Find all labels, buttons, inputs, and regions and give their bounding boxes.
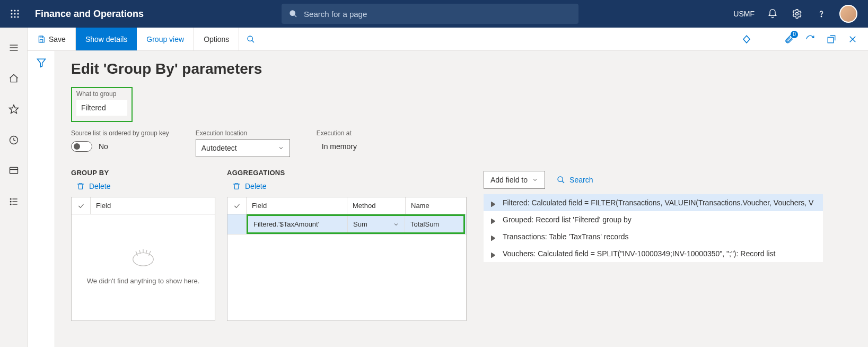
source-ordered-toggle[interactable] (71, 141, 92, 152)
attachments-badge: 0 (791, 31, 798, 38)
agg-col-field[interactable]: Field (247, 197, 347, 214)
exec-location-select[interactable]: Autodetect (196, 139, 290, 157)
svg-point-4 (14, 13, 15, 14)
agg-checkall[interactable] (227, 197, 247, 214)
filter-pane-toggle[interactable] (28, 51, 55, 347)
agg-row-highlight: Filtered.'$TaxAmount' Sum TotalSum (247, 214, 465, 234)
search-icon (557, 176, 565, 184)
hamburger-icon[interactable] (4, 38, 23, 57)
notifications-icon[interactable] (766, 7, 779, 20)
agg-col-method[interactable]: Method (347, 197, 406, 214)
exec-location-group: Execution location Autodetect (196, 129, 290, 157)
show-details-button[interactable]: Show details (76, 28, 137, 50)
save-button[interactable]: Save (28, 28, 76, 50)
groupby-col-field[interactable]: Field (91, 197, 215, 214)
office-icon[interactable] (762, 33, 774, 45)
svg-point-9 (290, 11, 295, 15)
tree-item[interactable]: Vouchers: Calculated field = SPLIT("INV-… (484, 245, 823, 262)
tree-item[interactable]: Transactions: Table 'TaxTrans' records (484, 228, 823, 245)
tree-item[interactable]: Grouped: Record list 'Filtered' group by (484, 211, 823, 228)
svg-point-6 (11, 16, 12, 18)
svg-point-3 (11, 13, 12, 14)
svg-marker-40 (491, 236, 495, 241)
svg-marker-41 (491, 253, 495, 258)
groupby-grid: Field We didn't find anything to show he… (71, 197, 215, 321)
groupby-checkall[interactable] (72, 197, 91, 214)
exec-at-label: Execution at (317, 129, 411, 137)
what-to-group-highlight: What to group Filtered (71, 87, 133, 122)
expand-triangle-icon[interactable] (491, 251, 496, 256)
action-search-icon[interactable] (239, 28, 262, 50)
exec-location-label: Execution location (196, 129, 290, 137)
svg-point-35 (133, 253, 154, 266)
help-icon[interactable] (815, 7, 828, 20)
groupby-empty: We didn't find anything to show here. (72, 214, 215, 310)
action-bar-right: 0 (741, 28, 868, 50)
settings-gear-icon[interactable] (791, 7, 803, 20)
svg-marker-30 (743, 36, 750, 43)
svg-rect-31 (828, 37, 834, 43)
global-search[interactable]: Search for a page (282, 4, 578, 24)
chevron-down-icon (393, 221, 399, 228)
close-icon[interactable] (847, 33, 858, 45)
datasource-tree: Filtered: Calculated field = FILTER(Tran… (484, 194, 823, 262)
recent-clock-icon[interactable] (4, 131, 23, 150)
legal-entity[interactable]: USMF (733, 10, 755, 18)
user-avatar[interactable] (839, 5, 857, 23)
app-launcher-icon[interactable] (4, 3, 25, 24)
svg-point-0 (11, 10, 12, 11)
svg-marker-38 (491, 202, 495, 207)
refresh-icon[interactable] (804, 33, 816, 45)
svg-point-36 (558, 177, 563, 181)
global-search-placeholder: Search for a page (304, 10, 367, 19)
chevron-down-icon (532, 177, 538, 183)
svg-point-20 (10, 198, 11, 199)
svg-point-1 (14, 10, 15, 11)
svg-point-2 (17, 10, 19, 11)
trash-icon (232, 182, 241, 190)
popout-icon[interactable] (826, 33, 837, 45)
svg-point-7 (14, 16, 15, 18)
source-ordered-group: Source list is ordered by group key No (71, 129, 169, 152)
svg-marker-16 (9, 105, 18, 114)
home-icon[interactable] (4, 69, 23, 88)
svg-rect-27 (40, 39, 42, 42)
svg-rect-18 (10, 167, 17, 174)
datasource-panel: Add field to Search Filtered: C (484, 169, 823, 262)
svg-line-29 (252, 40, 254, 42)
svg-marker-34 (37, 59, 45, 67)
exec-at-group: Execution at In memory (317, 129, 411, 154)
groupby-heading: GROUP BY (71, 169, 215, 177)
svg-point-28 (248, 36, 252, 41)
svg-rect-26 (40, 36, 42, 38)
agg-row[interactable]: Filtered.'$TaxAmount' Sum TotalSum (227, 214, 466, 235)
datasource-search-button[interactable]: Search (557, 176, 593, 184)
svg-line-37 (562, 181, 564, 183)
agg-row-check[interactable] (227, 214, 247, 234)
options-button[interactable]: Options (194, 28, 239, 50)
agg-col-name[interactable]: Name (406, 197, 465, 214)
agg-row-field[interactable]: Filtered.'$TaxAmount' (248, 216, 348, 232)
trash-icon (76, 182, 85, 190)
add-field-to-button[interactable]: Add field to (484, 171, 545, 189)
aggregations-delete-button[interactable]: Delete (232, 182, 467, 190)
expand-triangle-icon[interactable] (491, 217, 496, 222)
action-bar: Save Show details Group view Options 0 (28, 28, 868, 51)
related-info-icon[interactable] (741, 33, 752, 45)
svg-point-22 (10, 201, 11, 202)
source-ordered-label: Source list is ordered by group key (71, 129, 169, 137)
modules-list-icon[interactable] (4, 192, 23, 211)
tree-item[interactable]: Filtered: Calculated field = FILTER(Tran… (484, 194, 823, 211)
agg-row-method[interactable]: Sum (348, 216, 405, 232)
agg-row-name[interactable]: TotalSum (405, 216, 463, 232)
attachments-icon[interactable]: 0 (783, 33, 795, 45)
svg-point-11 (796, 13, 799, 15)
favorites-star-icon[interactable] (4, 100, 23, 119)
groupby-delete-button[interactable]: Delete (76, 182, 215, 190)
workspaces-icon[interactable] (4, 161, 23, 180)
group-view-button[interactable]: Group view (137, 28, 194, 50)
svg-point-24 (10, 204, 11, 205)
expand-triangle-icon[interactable] (491, 200, 496, 205)
what-to-group-value[interactable]: Filtered (76, 100, 127, 116)
expand-triangle-icon[interactable] (491, 234, 496, 239)
